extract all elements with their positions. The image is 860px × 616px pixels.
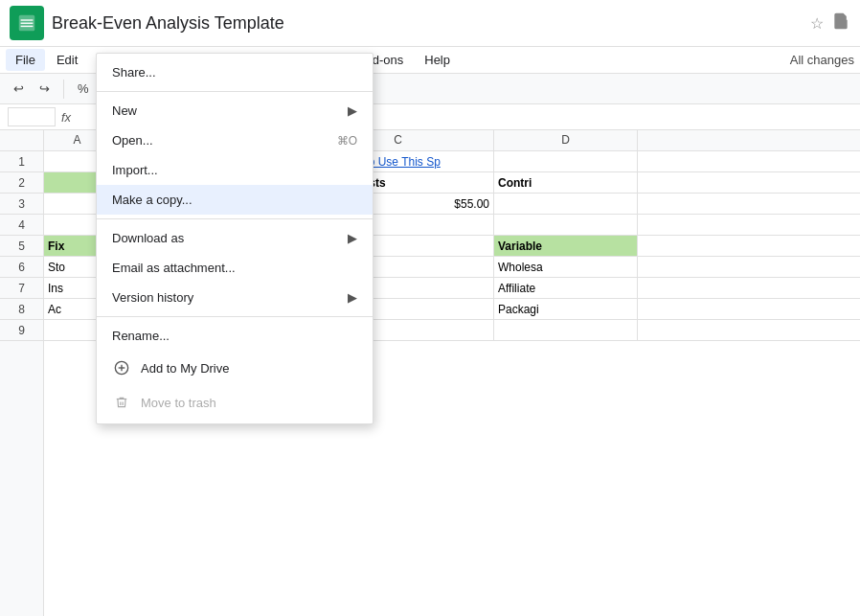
row-header-8: 8 xyxy=(0,299,43,320)
download-as-label: Download as xyxy=(112,231,184,245)
row-header-4: 4 xyxy=(0,215,43,236)
row-header-5: 5 xyxy=(0,236,43,257)
percent-button[interactable]: % xyxy=(72,79,95,99)
menu-new[interactable]: New ▶ xyxy=(97,96,373,125)
add-drive-content: Add to My Drive xyxy=(112,358,229,377)
toolbar-separator-1 xyxy=(63,80,64,99)
fx-icon: fx xyxy=(61,110,71,125)
all-changes-status: All changes xyxy=(790,53,854,67)
trash-icon xyxy=(112,393,131,412)
cell-d3[interactable] xyxy=(494,194,638,214)
divider-3 xyxy=(97,316,373,317)
cell-d5[interactable]: Variable xyxy=(494,236,638,256)
menu-help[interactable]: Help xyxy=(415,49,460,71)
file-menu-dropdown: Share... New ▶ Open... ⌘O Import... Make… xyxy=(96,53,373,424)
cell-d4[interactable] xyxy=(494,215,638,235)
add-drive-label: Add to My Drive xyxy=(141,361,229,376)
row-header-7: 7 xyxy=(0,278,43,299)
svg-rect-1 xyxy=(21,19,34,20)
undo-button[interactable]: ↩ xyxy=(8,79,30,99)
arrow-icon-version: ▶ xyxy=(348,290,357,305)
arrow-icon-download: ▶ xyxy=(348,231,357,245)
redo-button[interactable]: ↪ xyxy=(34,79,56,99)
cell-d9[interactable] xyxy=(494,320,638,340)
cell-d7[interactable]: Affiliate xyxy=(494,278,638,298)
trash-content: Move to trash xyxy=(112,393,216,412)
make-copy-label: Make a copy... xyxy=(112,193,192,207)
menu-make-copy[interactable]: Make a copy... xyxy=(97,185,373,215)
row-header-6: 6 xyxy=(0,257,43,278)
cell-reference-input[interactable] xyxy=(8,107,56,126)
email-attachment-label: Email as attachment... xyxy=(112,261,236,275)
menu-open[interactable]: Open... ⌘O xyxy=(97,125,373,155)
menu-move-to-trash[interactable]: Move to trash xyxy=(97,385,373,420)
cell-d6[interactable]: Wholesa xyxy=(494,257,638,277)
divider-2 xyxy=(97,218,373,219)
menu-add-to-drive[interactable]: Add to My Drive xyxy=(97,351,373,385)
open-shortcut: ⌘O xyxy=(337,134,357,148)
star-icon[interactable]: ☆ xyxy=(810,14,824,33)
rename-label: Rename... xyxy=(112,329,170,343)
corner-cell xyxy=(0,130,43,151)
menu-download-as[interactable]: Download as ▶ xyxy=(97,223,373,253)
menu-rename[interactable]: Rename... xyxy=(97,321,373,351)
open-label: Open... xyxy=(112,133,153,148)
top-bar: Break-Even Analysis Template ☆ xyxy=(0,0,860,47)
new-label: New xyxy=(112,103,137,118)
row-header-3: 3 xyxy=(0,194,43,215)
cell-d8[interactable]: Packagi xyxy=(494,299,638,319)
menu-email-attachment[interactable]: Email as attachment... xyxy=(97,253,373,283)
move-to-trash-label: Move to trash xyxy=(141,396,216,410)
title-icons: ☆ xyxy=(810,11,850,34)
svg-rect-3 xyxy=(21,26,34,27)
divider-1 xyxy=(97,91,373,92)
row-header-9: 9 xyxy=(0,320,43,341)
document-title: Break-Even Analysis Template xyxy=(52,13,803,34)
menu-share[interactable]: Share... xyxy=(97,57,373,87)
menu-import[interactable]: Import... xyxy=(97,155,373,185)
row-header-1: 1 xyxy=(0,151,43,172)
version-history-label: Version history xyxy=(112,290,193,305)
drive-icon[interactable] xyxy=(831,11,850,34)
arrow-icon: ▶ xyxy=(348,103,357,118)
menu-edit[interactable]: Edit xyxy=(47,49,87,71)
add-drive-icon xyxy=(112,358,131,377)
import-label: Import... xyxy=(112,163,158,177)
cell-d2[interactable]: Contri xyxy=(494,172,638,193)
col-header-d: D xyxy=(494,130,638,150)
share-label: Share... xyxy=(112,65,156,80)
cell-d1[interactable] xyxy=(494,151,638,171)
app-icon xyxy=(10,6,44,40)
svg-rect-2 xyxy=(21,23,34,24)
menu-file[interactable]: File xyxy=(6,49,45,71)
menu-version-history[interactable]: Version history ▶ xyxy=(97,283,373,312)
row-header-2: 2 xyxy=(0,172,43,194)
